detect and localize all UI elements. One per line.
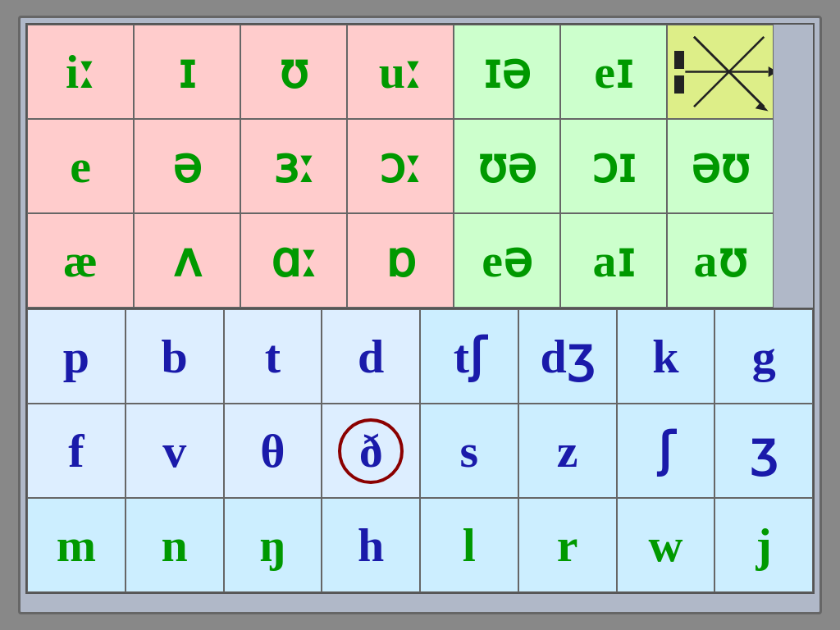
consonant-symbol: f	[68, 427, 84, 475]
consonant-theta[interactable]: θ	[224, 404, 322, 498]
consonant-n[interactable]: n	[126, 498, 224, 592]
consonant-symbol: n	[161, 522, 187, 569]
consonant-g[interactable]: g	[714, 309, 813, 404]
consonant-z[interactable]: z	[518, 404, 617, 498]
vowel-section: iː ɪ ʊ uː ɪə eɪ	[25, 23, 815, 309]
consonant-symbol: t	[265, 333, 281, 381]
vowel-symbol: uː	[379, 48, 422, 96]
consonant-d[interactable]: d	[322, 309, 420, 404]
consonant-symbol: p	[63, 333, 89, 381]
vowel-symbol: eɪ	[594, 48, 633, 96]
consonant-symbol: h	[358, 522, 384, 569]
vowel-symbol: ɔː	[379, 143, 422, 190]
vowel-symbol: eə	[482, 237, 532, 285]
consonant-symbol: θ	[260, 427, 285, 475]
vowel-u-short[interactable]: ʊ	[240, 25, 347, 119]
highlight-circle	[338, 418, 404, 484]
vowel-e[interactable]: e	[27, 119, 134, 213]
consonant-symbol: g	[752, 333, 776, 381]
vowel-row-3: æ ʌ ɑː ɒ eə aɪ aʊ	[27, 213, 813, 308]
bar-bottom	[674, 75, 684, 94]
vowel-row-2: e ə ɜː ɔː ʊə ɔɪ əʊ	[27, 119, 813, 213]
vowel-symbol: iː	[66, 48, 95, 96]
vowel-symbol: ɜː	[273, 143, 315, 190]
consonant-j[interactable]: j	[714, 498, 813, 592]
consonant-row-2: f v θ ð s z ʃ ʒ	[27, 404, 813, 498]
consonant-section: p b t d tʃ dʒ k g	[25, 309, 815, 594]
vowel-ai[interactable]: aɪ	[560, 213, 667, 308]
consonant-row-3: m n ŋ h l r w j	[27, 498, 813, 592]
consonant-l[interactable]: l	[420, 498, 518, 592]
consonant-p[interactable]: p	[27, 309, 126, 404]
vowel-o[interactable]: ɒ	[347, 213, 454, 308]
consonant-symbol: r	[557, 522, 578, 569]
vowel-symbol: ɑː	[271, 237, 317, 285]
vowel-symbol: ɪ	[178, 48, 196, 96]
consonant-symbol: j	[756, 522, 771, 569]
consonant-zh[interactable]: ʒ	[714, 404, 813, 498]
vowel-ea[interactable]: eə	[454, 213, 560, 308]
consonant-symbol: d	[358, 333, 384, 381]
vowel-ar[interactable]: ɑː	[240, 213, 347, 308]
vowel-ei[interactable]: eɪ	[560, 25, 667, 119]
consonant-f[interactable]: f	[27, 404, 126, 498]
consonant-sh[interactable]: ʃ	[617, 404, 715, 498]
vowel-symbol: e	[70, 143, 91, 190]
consonant-symbol: w	[648, 522, 682, 569]
consonant-m[interactable]: m	[27, 498, 126, 592]
consonant-symbol: z	[557, 427, 578, 475]
vowel-symbol: ʊə	[477, 143, 536, 190]
consonant-symbol: m	[57, 522, 96, 569]
vowel-or[interactable]: ɔː	[347, 119, 454, 213]
consonant-symbol: k	[652, 333, 678, 381]
bar-indicators	[674, 51, 684, 94]
vowel-i[interactable]: ɪ	[134, 25, 240, 119]
vowel-ii[interactable]: iː	[27, 25, 134, 119]
consonant-r[interactable]: r	[518, 498, 617, 592]
vowel-symbol: ʊ	[279, 48, 308, 96]
vowel-symbol: ɪə	[483, 48, 531, 96]
consonant-v[interactable]: v	[126, 404, 224, 498]
vowel-wedge[interactable]: ʌ	[134, 213, 240, 308]
consonant-eth[interactable]: ð	[322, 404, 420, 498]
ipa-chart: iː ɪ ʊ uː ɪə eɪ	[18, 16, 822, 614]
vowel-symbol: æ	[63, 237, 98, 285]
consonant-symbol: tʃ	[454, 333, 485, 381]
vowel-symbol: ɔɪ	[591, 143, 636, 190]
vowel-ae[interactable]: æ	[27, 213, 134, 308]
bar-top	[674, 51, 684, 69]
consonant-symbol: ʃ	[658, 427, 673, 475]
vowel-oi[interactable]: ɔɪ	[560, 119, 667, 213]
consonant-symbol: dʒ	[540, 333, 594, 381]
consonant-t[interactable]: t	[224, 309, 322, 404]
consonant-dzh[interactable]: dʒ	[518, 309, 617, 404]
vowel-symbol: aʊ	[694, 237, 747, 285]
vowel-symbol: aɪ	[593, 237, 635, 285]
vowel-row-1: iː ɪ ʊ uː ɪə eɪ	[27, 25, 813, 119]
consonant-symbol: l	[463, 522, 476, 569]
vowel-symbol: ə	[172, 143, 202, 190]
consonant-b[interactable]: b	[126, 309, 224, 404]
consonant-symbol: v	[162, 427, 186, 475]
vowel-3r[interactable]: ɜː	[240, 119, 347, 213]
consonant-k[interactable]: k	[617, 309, 715, 404]
vowel-au[interactable]: aʊ	[667, 213, 774, 308]
vowel-symbol: əʊ	[691, 143, 750, 190]
consonant-s[interactable]: s	[420, 404, 518, 498]
vowel-schwa[interactable]: ə	[134, 119, 240, 213]
consonant-ng[interactable]: ŋ	[224, 498, 322, 592]
consonant-tsh[interactable]: tʃ	[420, 309, 518, 404]
consonant-symbol: s	[460, 427, 479, 475]
vowel-symbol: ɒ	[386, 237, 416, 285]
vowel-ou[interactable]: əʊ	[667, 119, 774, 213]
vowel-uu[interactable]: uː	[347, 25, 454, 119]
consonant-h[interactable]: h	[322, 498, 420, 592]
vowel-symbol: ʌ	[173, 237, 201, 285]
consonant-symbol: ʒ	[750, 427, 778, 475]
consonant-w[interactable]: w	[617, 498, 715, 592]
vowel-ua[interactable]: ʊə	[454, 119, 560, 213]
arrow-diagram-cell	[667, 25, 774, 119]
svg-marker-3	[769, 66, 773, 77]
consonant-symbol: b	[161, 333, 187, 381]
vowel-ia[interactable]: ɪə	[454, 25, 560, 119]
